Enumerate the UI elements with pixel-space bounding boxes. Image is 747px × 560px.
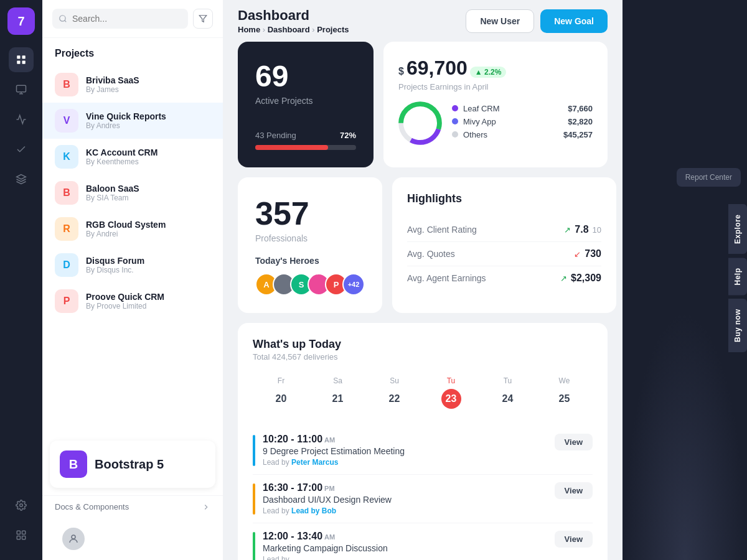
- event-ampm: PM: [324, 485, 335, 492]
- nav-icon-modules[interactable]: [9, 523, 34, 548]
- bottom-user-avatar[interactable]: [62, 528, 85, 550]
- nav-icon-layers[interactable]: [9, 77, 34, 102]
- event-lead: Lead by Lead by Bob: [263, 506, 547, 515]
- new-user-button[interactable]: New User: [466, 9, 534, 33]
- calendar-day[interactable]: Tu 23: [423, 371, 479, 414]
- event-view-button[interactable]: View: [555, 434, 593, 450]
- project-item-vine[interactable]: V Vine Quick Reports By Andres: [42, 103, 223, 139]
- calendar-day[interactable]: Su 22: [366, 371, 423, 414]
- calendar-day[interactable]: Tu 24: [479, 371, 536, 414]
- calendar-row: Fr 20 Sa 21 Su 22 Tu 23 Tu 24 We 25: [253, 371, 593, 414]
- earnings-card: $ 69,700 ▲ 2.2% Projects Earnings in Apr…: [383, 42, 608, 167]
- event-lead-link[interactable]: Lead by Bob: [291, 506, 336, 515]
- calendar-day[interactable]: We 25: [536, 371, 593, 414]
- bootstrap-icon-letter: B: [69, 457, 78, 472]
- project-name: KC Account CRM: [86, 147, 157, 157]
- earnings-amount: $ 69,700 ▲ 2.2%: [398, 57, 593, 80]
- svg-rect-10: [22, 536, 26, 539]
- project-item-kc[interactable]: K KC Account CRM By Keenthemes: [42, 139, 223, 175]
- bootstrap-icon: B: [60, 450, 87, 478]
- page-title: Dashboard: [238, 7, 349, 24]
- project-info: Vine Quick Reports By Andres: [86, 111, 166, 130]
- calendar-day[interactable]: Fr 20: [253, 371, 309, 414]
- svg-marker-5: [17, 175, 26, 180]
- event-name: Marketing Campaign Discussion: [263, 543, 547, 553]
- event-view-button[interactable]: View: [555, 531, 593, 548]
- highlights-card: Highlights Avg. Client Rating ↗ 7.8 10 A…: [392, 177, 616, 313]
- legend-name: Leaf CRM: [463, 104, 500, 113]
- day-name: Su: [369, 376, 420, 385]
- breadcrumb-dash[interactable]: Dashboard: [268, 25, 310, 34]
- hero-avatar-more: +42: [342, 273, 365, 296]
- content-area: 69 Active Projects 43 Pending 72% $ 69,7…: [223, 42, 622, 560]
- highlight-row: Avg. Quotes ↙ 730: [407, 242, 601, 266]
- project-item-rgb[interactable]: R RGB Cloud System By Andrei: [42, 211, 223, 247]
- right-panel-tab[interactable]: Explore: [728, 204, 747, 254]
- svg-point-11: [60, 16, 65, 21]
- svg-point-14: [72, 535, 75, 539]
- active-projects-label: Active Projects: [255, 96, 356, 106]
- svg-rect-8: [22, 531, 26, 534]
- day-number: 20: [271, 389, 291, 409]
- legend-item: Leaf CRM: [452, 104, 553, 113]
- donut-chart: [398, 101, 442, 145]
- topbar-info: Dashboard Home › Dashboard › Projects: [238, 7, 349, 34]
- event-item: 10:20 - 11:00AM 9 Degree Project Estimat…: [253, 426, 593, 475]
- heroes-section: Today's Heroes ASP+42: [255, 256, 365, 296]
- user-avatar[interactable]: 7: [7, 7, 35, 35]
- day-number: 24: [498, 389, 518, 409]
- project-item-disqus[interactable]: D Disqus Forum By Disqus Inc.: [42, 247, 223, 283]
- highlight-row: Avg. Client Rating ↗ 7.8 10: [407, 218, 601, 242]
- nav-icon-check[interactable]: [9, 137, 34, 162]
- docs-bar[interactable]: Docs & Components: [42, 495, 223, 518]
- event-details: 12:00 - 13:40AM Marketing Campaign Discu…: [263, 531, 547, 560]
- professionals-number: 357: [255, 195, 365, 232]
- svg-point-17: [401, 104, 439, 142]
- event-ampm: AM: [324, 533, 335, 541]
- highlight-value: ↗ $2,309: [560, 273, 601, 284]
- svg-line-12: [65, 21, 67, 22]
- project-item-briviba[interactable]: B Briviba SaaS By James: [42, 67, 223, 103]
- docs-label: Docs & Components: [55, 502, 129, 511]
- new-goal-button[interactable]: New Goal: [540, 9, 608, 33]
- svg-marker-13: [199, 16, 207, 22]
- nav-icon-settings[interactable]: [9, 493, 34, 518]
- legend-item: Others: [452, 130, 553, 139]
- highlight-label: Avg. Agent Earnings: [407, 273, 486, 283]
- highlight-row: Avg. Agent Earnings ↗ $2,309: [407, 266, 601, 290]
- project-icon: P: [55, 289, 78, 313]
- project-by: By James: [86, 85, 139, 94]
- svg-rect-0: [17, 55, 20, 58]
- report-center-button[interactable]: Report Center: [677, 168, 741, 187]
- calendar-day[interactable]: Sa 21: [309, 371, 366, 414]
- main-content: Dashboard Home › Dashboard › Projects Ne…: [223, 0, 622, 560]
- project-list: B Briviba SaaS By James V Vine Quick Rep…: [42, 64, 223, 433]
- chevron-right-icon: [202, 503, 210, 511]
- event-time: 16:30 - 17:00PM: [263, 482, 547, 493]
- right-panel-tab[interactable]: Help: [728, 258, 747, 295]
- earnings-subtitle: Projects Earnings in April: [398, 82, 593, 91]
- event-lead-link[interactable]: Peter Marcus: [291, 458, 338, 467]
- legend-amounts: $7,660$2,820$45,257: [563, 104, 593, 143]
- event-view-button[interactable]: View: [555, 482, 593, 499]
- project-item-proove[interactable]: P Proove Quick CRM By Proove Limited: [42, 283, 223, 319]
- event-lead: Lead by Peter Marcus: [263, 458, 547, 467]
- project-name: RGB Cloud System: [86, 220, 166, 230]
- day-name: We: [538, 376, 590, 385]
- nav-icon-chart[interactable]: [9, 107, 34, 132]
- heroes-title: Today's Heroes: [255, 256, 365, 266]
- nav-icon-grid[interactable]: [9, 47, 34, 72]
- right-panel-tab[interactable]: Buy now: [728, 299, 747, 352]
- highlight-label: Avg. Client Rating: [407, 225, 477, 235]
- bootstrap-label: Bootstrap 5: [95, 457, 164, 472]
- active-projects-card: 69 Active Projects 43 Pending 72%: [238, 42, 374, 167]
- search-input[interactable]: [52, 9, 188, 29]
- project-name: Vine Quick Reports: [86, 111, 166, 121]
- project-item-baloon[interactable]: B Baloon SaaS By SIA Team: [42, 175, 223, 211]
- day-name: Tu: [425, 376, 477, 385]
- filter-button[interactable]: [193, 9, 213, 29]
- breadcrumb-home[interactable]: Home: [238, 25, 260, 34]
- project-by: By Proove Limited: [86, 302, 164, 310]
- nav-icon-stack[interactable]: [9, 167, 34, 192]
- project-icon: B: [55, 73, 78, 96]
